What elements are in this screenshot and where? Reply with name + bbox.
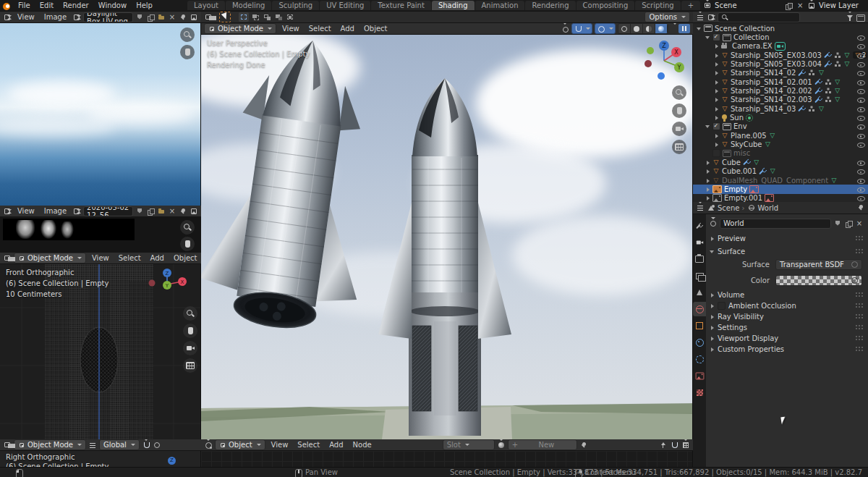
- panel-drag-dots[interactable]: [855, 324, 864, 330]
- modifier-wrench-icon[interactable]: [814, 78, 822, 85]
- eye-icon[interactable]: [856, 185, 865, 193]
- panel-drag-dots[interactable]: [855, 248, 864, 254]
- proportional-edit-icon[interactable]: [153, 441, 161, 449]
- axis-gizmo[interactable]: Z Y X: [147, 266, 187, 299]
- eye-icon[interactable]: [856, 51, 865, 59]
- outliner-row[interactable]: ▽ DualMesh_QUAD_Component ▽: [693, 176, 868, 185]
- tab-sculpting[interactable]: Sculpting: [272, 1, 319, 10]
- modifier-wrench-icon[interactable]: [798, 105, 806, 112]
- outliner-row[interactable]: ▽ SkyCube ▽: [693, 140, 868, 148]
- view-menu[interactable]: View: [268, 441, 292, 449]
- select-menu[interactable]: Select: [115, 254, 145, 262]
- zoom-button[interactable]: [180, 28, 195, 42]
- editor-type-outliner-icon[interactable]: [696, 13, 705, 22]
- outliner-row[interactable]: Camera.EX: [693, 42, 868, 51]
- image-image-menu[interactable]: Image: [41, 13, 70, 21]
- menu-window[interactable]: Window: [95, 1, 130, 9]
- disclosure-triangle[interactable]: [705, 195, 710, 201]
- pan-button[interactable]: [672, 104, 686, 118]
- pin-icon[interactable]: [856, 203, 865, 212]
- tab-scripting[interactable]: Scripting: [635, 1, 680, 10]
- select-menu[interactable]: Select: [305, 25, 335, 33]
- select-invert-icon[interactable]: [273, 12, 284, 22]
- object-menu[interactable]: Object: [170, 254, 201, 262]
- outliner-row[interactable]: ▽ Plane.005 ▽: [693, 131, 868, 140]
- gizmo-dropdown-icon[interactable]: [561, 25, 569, 33]
- pin-icon[interactable]: [179, 13, 187, 22]
- node-tree-icon[interactable]: [825, 79, 832, 85]
- shader-type-dropdown[interactable]: Object: [215, 439, 265, 450]
- image-image-menu[interactable]: Image: [41, 207, 70, 215]
- disclosure-triangle[interactable]: [713, 88, 719, 94]
- tab-modeling[interactable]: Modeling: [226, 1, 272, 10]
- outliner-row[interactable]: ▽ Starship_SN14_02 ▽: [693, 69, 868, 77]
- panel-volume[interactable]: Volume: [709, 290, 864, 300]
- surface-shader-dropdown[interactable]: Transparent BSDF: [775, 259, 862, 270]
- tab-add-workspace[interactable]: +: [681, 1, 700, 10]
- outliner-row-selected[interactable]: Empty: [693, 185, 868, 193]
- tab-layout[interactable]: Layout: [187, 1, 225, 10]
- node-tree-icon[interactable]: [808, 106, 815, 112]
- eye-icon[interactable]: [856, 194, 865, 202]
- sun-data-icon[interactable]: [746, 114, 753, 122]
- eye-icon[interactable]: [856, 140, 865, 149]
- view-layer-name[interactable]: View Layer: [819, 1, 868, 9]
- collection-checkbox[interactable]: [712, 149, 720, 157]
- editor-type-properties-icon[interactable]: [696, 203, 705, 212]
- disclosure-triangle[interactable]: [705, 123, 710, 130]
- outliner-row[interactable]: Collection: [693, 33, 868, 41]
- z-axis-gizmo[interactable]: Z: [168, 457, 176, 465]
- fake-user-icon[interactable]: [833, 219, 842, 228]
- snap-icon[interactable]: [670, 441, 678, 449]
- viewport-main-canvas[interactable]: User Perspective (6) Scene Collection | …: [201, 35, 693, 439]
- disclosure-triangle[interactable]: [705, 177, 710, 184]
- camera-view-button[interactable]: [672, 122, 686, 136]
- outliner-row[interactable]: ▽ Starship_SN05_EX03.004 ▽: [693, 59, 868, 68]
- image-datablock[interactable]: Daylight Box UV.png: [83, 12, 133, 22]
- options-button[interactable]: Options: [644, 12, 690, 22]
- unlink-scene-icon[interactable]: ×: [796, 1, 804, 10]
- scene-name[interactable]: Scene: [715, 1, 781, 9]
- tab-texture-paint[interactable]: Texture Paint: [371, 1, 431, 10]
- collection-checkbox[interactable]: [712, 122, 720, 130]
- editor-type-3d-icon[interactable]: [3, 254, 12, 263]
- node-menu[interactable]: Node: [349, 441, 375, 449]
- menu-render[interactable]: Render: [59, 1, 93, 9]
- navigation-gizmo[interactable]: Z X Y: [642, 38, 688, 84]
- fake-user-icon[interactable]: [135, 13, 144, 22]
- open-image-icon[interactable]: [157, 13, 166, 22]
- tab-world-icon[interactable]: [693, 302, 706, 316]
- node-tree-icon[interactable]: [834, 61, 841, 67]
- mode-dropdown[interactable]: Object Mode: [14, 439, 86, 450]
- pan-button[interactable]: [180, 45, 195, 59]
- node-tree-icon[interactable]: [834, 52, 841, 59]
- shading-wireframe-icon[interactable]: [618, 24, 631, 33]
- pan-button[interactable]: [183, 324, 197, 338]
- filter-icon[interactable]: [846, 13, 854, 22]
- zoom-button[interactable]: [183, 306, 197, 321]
- viewport-front-canvas[interactable]: Front Orthographic (6) Scene Collection …: [0, 264, 201, 439]
- view-layer-browse-icon[interactable]: [807, 1, 816, 10]
- tab-compositing[interactable]: Compositing: [576, 1, 635, 10]
- shading-solid-icon[interactable]: [631, 24, 643, 33]
- eye-icon[interactable]: [856, 42, 865, 51]
- display-mode-icon[interactable]: [707, 13, 715, 22]
- outliner-row[interactable]: ▽ Starship_SN14_02.002 ▽: [693, 86, 868, 95]
- disclosure-triangle[interactable]: [705, 159, 710, 166]
- tab-texture-icon[interactable]: [693, 385, 706, 400]
- ortho-toggle-button[interactable]: [183, 358, 197, 373]
- viewport-right-canvas[interactable]: Right Orthographic (6) Scene Collection …: [0, 451, 201, 467]
- eye-icon[interactable]: [856, 122, 865, 131]
- shading-dropdown-icon[interactable]: [671, 25, 676, 33]
- ao-checkbox[interactable]: [718, 302, 726, 310]
- world-name-field[interactable]: World: [720, 219, 831, 229]
- shading-rendered-icon[interactable]: [655, 24, 668, 33]
- panel-drag-dots[interactable]: [855, 335, 864, 341]
- object-menu[interactable]: Object: [360, 25, 391, 33]
- add-menu[interactable]: Add: [337, 25, 358, 33]
- tab-object-icon[interactable]: [693, 318, 706, 333]
- image-view-menu[interactable]: View: [14, 207, 38, 215]
- header-menu-icon[interactable]: [88, 441, 97, 449]
- editor-type-shader-icon[interactable]: [204, 441, 213, 449]
- outliner-row[interactable]: ▽ Starship_SN14_03 ▽: [693, 104, 868, 113]
